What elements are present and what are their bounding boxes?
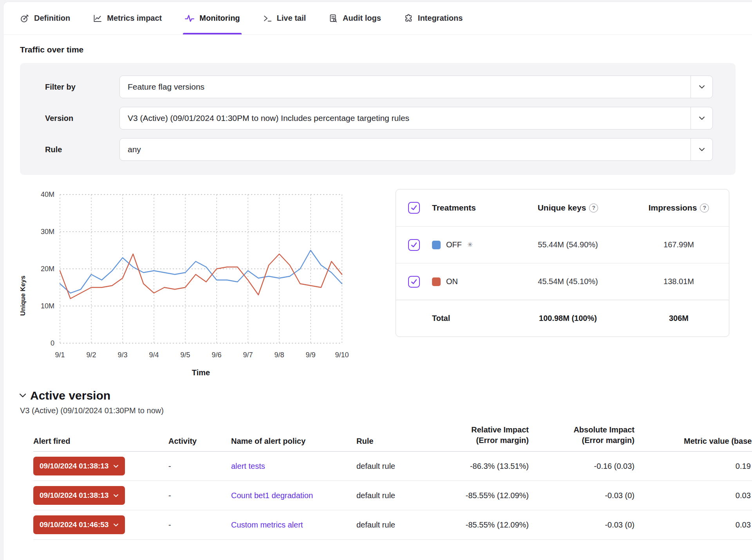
page-title: Traffic over time — [20, 45, 752, 54]
svg-text:9/3: 9/3 — [118, 351, 127, 359]
relative-impact-value: -85.55% (12.09%) — [439, 520, 544, 529]
svg-text:9/6: 9/6 — [212, 351, 221, 359]
tab-label: Integrations — [418, 14, 463, 23]
alert-fired-badge[interactable]: 09/10/2024 01:38:13 — [33, 486, 125, 505]
total-unique-keys: 100.98M (100%) — [507, 314, 629, 323]
tab-metrics-impact[interactable]: Metrics impact — [93, 2, 162, 34]
select-all-checkbox[interactable] — [408, 202, 420, 214]
svg-text:9/4: 9/4 — [149, 351, 159, 359]
chevron-down-icon — [691, 107, 712, 129]
absolute-impact-value: -0.03 (0) — [544, 491, 654, 500]
on-impressions: 138.01M — [629, 277, 729, 286]
filter-by-label: Filter by — [45, 83, 119, 92]
tab-definition[interactable]: Definition — [20, 2, 70, 34]
treatment-name: OFF — [446, 240, 462, 249]
treatment-row-off: OFF ✳ 55.44M (54.90%) 167.99M — [396, 226, 729, 263]
metric-value-header: Metric value (basel — [654, 437, 752, 446]
alert-row: 09/10/2024 01:46:53 - Custom metrics ale… — [33, 510, 752, 540]
alert-activity: - — [168, 520, 231, 529]
svg-text:9/5: 9/5 — [180, 351, 190, 359]
svg-text:9/9: 9/9 — [306, 351, 315, 359]
absolute-impact-header: Absolute Impact (Error margin) — [544, 425, 654, 446]
monitoring-icon — [184, 13, 195, 23]
traffic-section: Unique Keys 010M20M30M40M9/19/29/39/49/5… — [4, 175, 752, 377]
version-row: Version V3 (Active) (09/01/2024 01:30PM … — [45, 107, 713, 130]
svg-text:0: 0 — [51, 339, 54, 347]
relative-impact-value: -86.3% (13.51%) — [439, 462, 544, 471]
alerts-table: Alert fired Activity Name of alert polic… — [33, 425, 752, 540]
svg-text:9/2: 9/2 — [86, 351, 96, 359]
integrations-icon — [404, 14, 413, 23]
alert-policy-link[interactable]: Count bet1 degradation — [231, 491, 313, 500]
alert-fired-header: Alert fired — [33, 437, 168, 446]
help-icon[interactable]: ? — [589, 203, 598, 212]
x-axis-label: Time — [60, 368, 342, 377]
treatments-header: Treatments — [432, 203, 507, 212]
svg-text:20M: 20M — [41, 265, 54, 273]
treatments-header-row: Treatments Unique keys ? Impressions ? — [396, 189, 729, 226]
alert-rule: default rule — [356, 520, 439, 529]
rule-label: Rule — [45, 145, 119, 154]
tab-integrations[interactable]: Integrations — [404, 2, 463, 34]
alert-rule: default rule — [356, 462, 439, 471]
tab-monitoring[interactable]: Monitoring — [184, 2, 240, 34]
alerts-header-row: Alert fired Activity Name of alert polic… — [33, 425, 752, 452]
active-version-header: Active version — [19, 389, 752, 402]
alert-activity: - — [168, 491, 231, 500]
tab-label: Monitoring — [199, 14, 240, 23]
alert-row: 09/10/2024 01:38:13 - alert tests defaul… — [33, 452, 752, 481]
treatment-row-on: ON 45.54M (45.10%) 138.01M — [396, 263, 729, 300]
filter-panel: Filter by Feature flag versions Version … — [20, 63, 736, 175]
collapse-chevron-icon[interactable] — [19, 393, 26, 398]
tab-label: Live tail — [277, 14, 306, 23]
metric-value: 0.19 ( — [654, 462, 752, 471]
off-unique-keys: 55.44M (54.90%) — [507, 240, 629, 249]
version-select[interactable]: V3 (Active) (09/01/2024 01:30PM to now) … — [119, 107, 713, 130]
alert-policy-link[interactable]: Custom metrics alert — [231, 520, 303, 529]
off-checkbox[interactable] — [408, 239, 420, 251]
alert-policy-link[interactable]: alert tests — [231, 462, 265, 470]
tab-audit-logs[interactable]: Audit logs — [329, 2, 381, 34]
svg-text:9/7: 9/7 — [243, 351, 253, 359]
treatment-name: ON — [446, 277, 458, 286]
rule-row: Rule any — [45, 138, 713, 161]
y-axis-label: Unique Keys — [19, 189, 33, 377]
filter-by-select[interactable]: Feature flag versions — [119, 76, 713, 98]
metrics-impact-icon — [93, 14, 102, 23]
rule-header: Rule — [356, 437, 439, 446]
active-version-title: Active version — [30, 389, 110, 402]
default-treatment-icon: ✳ — [467, 241, 473, 249]
traffic-line-chart: 010M20M30M40M9/19/29/39/49/59/69/79/89/9… — [33, 189, 351, 366]
tab-label: Definition — [34, 14, 70, 23]
help-icon[interactable]: ? — [700, 203, 709, 212]
relative-impact-header: Relative Impact (Error margin) — [439, 425, 544, 446]
treatments-table: Treatments Unique keys ? Impressions ? O… — [396, 189, 729, 337]
audit-logs-icon — [329, 14, 338, 23]
svg-text:40M: 40M — [41, 191, 54, 198]
monitoring-page: Definition Metrics impact Monitoring Liv… — [3, 2, 752, 560]
alert-fired-badge[interactable]: 09/10/2024 01:38:13 — [33, 457, 125, 475]
tab-label: Audit logs — [343, 14, 381, 23]
version-label: Version — [45, 114, 119, 123]
on-unique-keys: 45.54M (45.10%) — [507, 277, 629, 286]
chevron-down-icon — [691, 76, 712, 98]
tab-bar: Definition Metrics impact Monitoring Liv… — [4, 2, 752, 35]
rule-select[interactable]: any — [119, 138, 713, 161]
tab-live-tail[interactable]: Live tail — [263, 2, 306, 34]
chevron-down-icon — [691, 139, 712, 160]
svg-text:9/1: 9/1 — [55, 351, 65, 359]
filter-by-value: Feature flag versions — [120, 82, 691, 92]
metric-value: 0.03 ( — [654, 491, 752, 500]
svg-text:30M: 30M — [41, 228, 54, 236]
unique-keys-header: Unique keys — [538, 203, 586, 212]
svg-text:9/10: 9/10 — [335, 351, 349, 359]
svg-text:10M: 10M — [41, 302, 54, 310]
alert-activity: - — [168, 462, 231, 471]
relative-impact-value: -85.55% (12.09%) — [439, 491, 544, 500]
active-version-subtitle: V3 (Active) (09/10/2024 01:30PM to now) — [20, 406, 752, 415]
on-checkbox[interactable] — [408, 276, 420, 288]
total-impressions: 306M — [629, 314, 729, 323]
live-tail-icon — [263, 14, 272, 23]
alert-fired-badge[interactable]: 09/10/2024 01:46:53 — [33, 515, 125, 534]
total-label: Total — [432, 314, 507, 323]
